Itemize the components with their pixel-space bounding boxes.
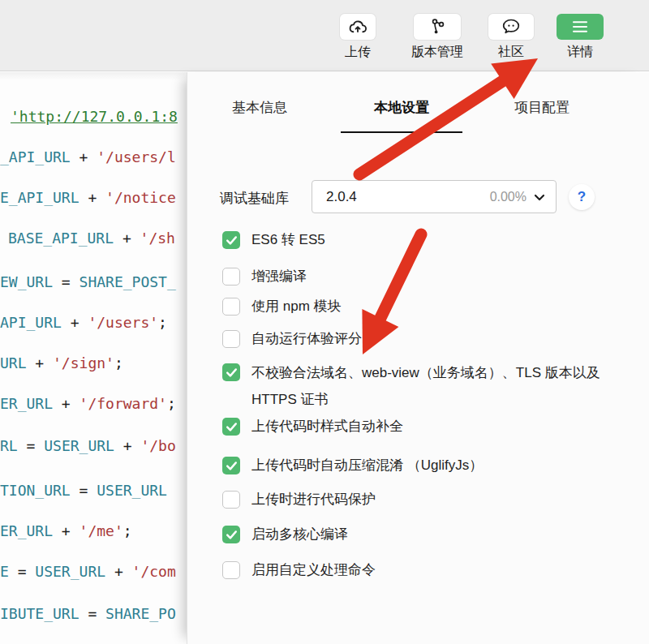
question-mark-icon: ? xyxy=(578,189,586,205)
checkbox-code-protect-unchecked[interactable] xyxy=(222,491,240,509)
code-token-var: SHARE_PO xyxy=(105,605,176,622)
code-token-var: E_API_URL xyxy=(0,189,80,206)
code-token-var: API_URL xyxy=(0,314,62,331)
checkbox-label-code-protect: 上传时进行代码保护 xyxy=(251,491,376,509)
details-label: 详情 xyxy=(567,45,593,58)
checkbox-es6-to-es5-checked[interactable] xyxy=(222,231,240,249)
checkbox-row-es6-to-es5[interactable]: ES6 转 ES5 xyxy=(222,231,325,249)
code-token-var: ER_URL xyxy=(0,522,53,539)
tab-basic-info[interactable]: 基本信息 xyxy=(232,98,287,117)
code-token-op: = xyxy=(53,273,80,290)
base-library-usage: 0.00% xyxy=(490,190,527,204)
code-token-op: ; xyxy=(123,522,132,539)
checkbox-row-auto-audit[interactable]: 自动运行体验评分 xyxy=(222,330,362,348)
active-tab-underline xyxy=(341,131,462,133)
upload-label: 上传 xyxy=(345,45,371,58)
code-token-op: + xyxy=(53,395,80,412)
checkbox-skip-domain-check-checked[interactable] xyxy=(222,363,240,381)
checkbox-auto-audit-unchecked[interactable] xyxy=(222,330,240,348)
checkbox-style-autocomplete-checked[interactable] xyxy=(222,418,240,436)
code-token-op: = xyxy=(18,437,45,454)
code-token-op: + xyxy=(27,354,54,371)
code-token-op: + xyxy=(62,314,88,331)
code-token-str: '/bo xyxy=(140,437,175,454)
checkbox-npm-module-unchecked[interactable] xyxy=(222,298,240,316)
code-line: API_URL + '/users'; xyxy=(0,314,167,331)
code-line: ER_URL + '/forward'; xyxy=(0,395,176,412)
code-token-var: IBUTE_URL xyxy=(0,605,80,622)
upload-button[interactable]: 上传 xyxy=(340,14,376,58)
code-token-var: SHARE_POST_ xyxy=(80,273,176,290)
code-token-var: USER_URL xyxy=(44,437,114,454)
version-control-button[interactable]: 版本管理 xyxy=(411,14,463,58)
code-token-op: + xyxy=(105,563,132,580)
checkbox-auto-uglify-checked[interactable] xyxy=(222,457,240,474)
top-toolbar: 上传 版本管理 社区 详情 xyxy=(0,0,649,71)
tab-project-config[interactable]: 项目配置 xyxy=(514,98,569,117)
code-token-str: '/me' xyxy=(80,522,123,539)
code-line: _API_URL + '/users/l xyxy=(0,148,176,165)
checkbox-label-enhanced-compile: 增强编译 xyxy=(251,268,307,286)
community-button[interactable]: 社区 xyxy=(488,14,534,58)
base-library-select[interactable]: 2.0.4 0.00% xyxy=(312,180,557,213)
community-label: 社区 xyxy=(498,45,524,58)
code-token-str: '/forward' xyxy=(80,395,167,412)
code-token-op: + xyxy=(53,522,80,539)
community-chat-icon xyxy=(488,14,534,40)
checkbox-row-custom-command[interactable]: 启用自定义处理命令 xyxy=(222,561,376,579)
details-button[interactable]: 详情 xyxy=(557,14,604,58)
code-token-str: '/users/l xyxy=(97,148,176,165)
details-menu-icon xyxy=(557,14,604,40)
code-token-var: EW_URL xyxy=(0,273,53,290)
code-line: E_API_URL + '/notice xyxy=(0,189,176,206)
code-token-str: '/notice xyxy=(105,189,176,206)
code-editor[interactable]: 'http://127.0.0.1:8_API_URL + '/users/lE… xyxy=(0,72,187,644)
checkbox-label-npm-module: 使用 npm 模块 xyxy=(251,298,342,316)
code-line: ER_URL + '/me'; xyxy=(0,522,132,539)
code-token-op: ; xyxy=(167,395,176,412)
checkbox-row-multicore-compile[interactable]: 启动多核心编译 xyxy=(222,526,348,543)
code-token-link: 'http://127.0.0.1:8 xyxy=(11,108,178,125)
code-token-op: ; xyxy=(158,314,167,331)
checkbox-label-multicore-compile: 启动多核心编译 xyxy=(251,526,348,543)
version-control-label: 版本管理 xyxy=(411,45,463,58)
code-line: 'http://127.0.0.1:8 xyxy=(11,108,178,125)
code-line: TION_URL = USER_URL xyxy=(0,482,167,499)
checkbox-row-code-protect[interactable]: 上传时进行代码保护 xyxy=(222,491,376,509)
code-line: RL = USER_URL + '/bo xyxy=(0,437,176,454)
help-button[interactable]: ? xyxy=(569,184,595,210)
code-token-op: = xyxy=(80,605,106,622)
checkbox-row-enhanced-compile[interactable]: 增强编译 xyxy=(222,268,307,286)
checkbox-enhanced-compile-unchecked[interactable] xyxy=(222,268,240,286)
checkbox-row-style-autocomplete[interactable]: 上传代码时样式自动补全 xyxy=(222,418,403,436)
code-token-var: USER_URL xyxy=(97,482,167,499)
code-token-str: '/users' xyxy=(88,314,158,331)
base-library-version: 2.0.4 xyxy=(326,189,490,205)
checkbox-custom-command-unchecked[interactable] xyxy=(222,561,240,579)
upload-cloud-icon xyxy=(340,14,376,40)
code-token-var: _API_URL xyxy=(0,148,71,165)
code-token-op: = xyxy=(71,482,97,499)
checkbox-row-npm-module[interactable]: 使用 npm 模块 xyxy=(222,298,342,316)
checkbox-row-auto-uglify[interactable]: 上传代码时自动压缩混淆 （UglifyJs） xyxy=(222,457,483,474)
checkbox-label-style-autocomplete: 上传代码时样式自动补全 xyxy=(251,418,403,436)
checkbox-label-es6-to-es5: ES6 转 ES5 xyxy=(251,231,325,249)
checkbox-label-skip-domain-check: 不校验合法域名、web-view（业务域名）、TLS 版本以及 HTTPS 证书 xyxy=(251,359,604,413)
code-token-str: '/com xyxy=(132,563,176,580)
checkbox-label-auto-uglify: 上传代码时自动压缩混淆 （UglifyJs） xyxy=(251,457,483,474)
checkbox-label-auto-audit: 自动运行体验评分 xyxy=(251,330,362,348)
code-token-var: RL xyxy=(0,437,18,454)
code-token-op: ; xyxy=(114,354,123,371)
code-token-op: + xyxy=(114,230,140,247)
code-token-op: = xyxy=(9,563,36,580)
code-token-op: + xyxy=(71,148,97,165)
code-token-var: URL xyxy=(0,354,27,371)
checkbox-row-skip-domain-check[interactable]: 不校验合法域名、web-view（业务域名）、TLS 版本以及 HTTPS 证书 xyxy=(222,363,604,413)
code-line: BASE_API_URL + '/sh xyxy=(8,230,175,247)
code-token-str: '/sh xyxy=(140,230,175,247)
details-panel: 基本信息本地设置项目配置 调试基础库 2.0.4 0.00% ? ES6 转 E… xyxy=(187,72,649,644)
code-token-str: '/sign' xyxy=(53,354,114,371)
checkbox-multicore-compile-checked[interactable] xyxy=(222,526,240,543)
version-branch-icon xyxy=(414,14,461,40)
tab-local-settings[interactable]: 本地设置 xyxy=(374,98,429,117)
